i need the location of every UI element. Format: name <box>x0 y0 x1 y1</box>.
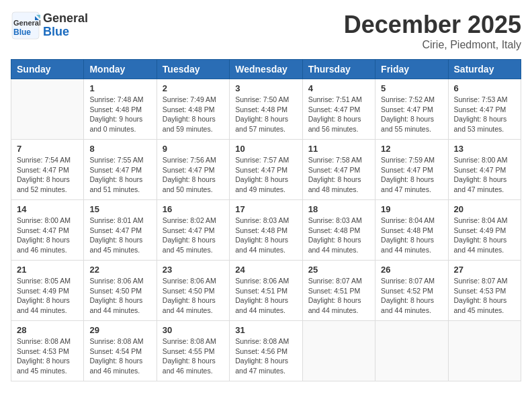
day-info: Sunrise: 8:08 AMSunset: 4:55 PMDaylight:… <box>163 336 224 376</box>
day-number: 18 <box>308 204 369 214</box>
day-info: Sunrise: 8:06 AMSunset: 4:50 PMDaylight:… <box>163 276 224 316</box>
calendar-cell: 21Sunrise: 8:05 AMSunset: 4:49 PMDayligh… <box>11 261 84 321</box>
calendar-cell: 4Sunrise: 7:51 AMSunset: 4:47 PMDaylight… <box>302 79 375 140</box>
day-info: Sunrise: 8:06 AMSunset: 4:50 PMDaylight:… <box>89 276 150 316</box>
day-info: Sunrise: 7:50 AMSunset: 4:48 PMDaylight:… <box>235 95 296 134</box>
day-number: 26 <box>381 265 442 275</box>
day-number: 20 <box>454 204 515 214</box>
day-number: 4 <box>308 83 369 93</box>
day-info: Sunrise: 7:49 AMSunset: 4:48 PMDaylight:… <box>163 95 224 134</box>
calendar-cell: 27Sunrise: 8:07 AMSunset: 4:53 PMDayligh… <box>448 261 521 321</box>
day-number: 11 <box>308 144 369 154</box>
calendar-header-monday: Monday <box>84 60 157 79</box>
calendar-cell: 29Sunrise: 8:08 AMSunset: 4:54 PMDayligh… <box>84 321 157 381</box>
calendar-cell: 12Sunrise: 7:59 AMSunset: 4:47 PMDayligh… <box>375 140 448 200</box>
calendar-header-wednesday: Wednesday <box>230 60 302 79</box>
day-number: 5 <box>381 83 442 93</box>
day-info: Sunrise: 8:08 AMSunset: 4:54 PMDaylight:… <box>89 336 150 376</box>
day-number: 23 <box>163 265 224 275</box>
day-info: Sunrise: 8:00 AMSunset: 4:47 PMDaylight:… <box>17 216 78 255</box>
day-number: 21 <box>17 265 78 275</box>
day-number: 10 <box>235 144 296 154</box>
day-info: Sunrise: 8:06 AMSunset: 4:51 PMDaylight:… <box>235 276 296 316</box>
day-number: 1 <box>89 83 150 93</box>
calendar-cell <box>448 321 521 381</box>
day-number: 31 <box>235 325 296 335</box>
calendar-cell: 18Sunrise: 8:03 AMSunset: 4:48 PMDayligh… <box>302 200 375 261</box>
day-info: Sunrise: 7:51 AMSunset: 4:47 PMDaylight:… <box>308 95 369 134</box>
calendar-cell: 13Sunrise: 8:00 AMSunset: 4:47 PMDayligh… <box>448 140 521 200</box>
calendar-header-sunday: Sunday <box>11 60 84 79</box>
calendar-table: SundayMondayTuesdayWednesdayThursdayFrid… <box>11 59 521 381</box>
calendar-cell: 23Sunrise: 8:06 AMSunset: 4:50 PMDayligh… <box>157 261 229 321</box>
calendar-cell: 20Sunrise: 8:04 AMSunset: 4:49 PMDayligh… <box>448 200 521 261</box>
calendar-cell: 15Sunrise: 8:01 AMSunset: 4:47 PMDayligh… <box>84 200 157 261</box>
day-info: Sunrise: 7:56 AMSunset: 4:47 PMDaylight:… <box>163 155 224 195</box>
logo: General Blue General Blue <box>11 11 88 40</box>
calendar-header-friday: Friday <box>375 60 448 79</box>
day-number: 8 <box>89 144 150 154</box>
day-info: Sunrise: 8:02 AMSunset: 4:47 PMDaylight:… <box>163 216 224 255</box>
logo-icon: General Blue <box>11 11 40 40</box>
calendar-header-tuesday: Tuesday <box>157 60 229 79</box>
day-info: Sunrise: 8:07 AMSunset: 4:52 PMDaylight:… <box>381 276 442 316</box>
day-number: 13 <box>454 144 515 154</box>
title-section: December 2025 Cirie, Piedmont, Italy <box>344 11 521 51</box>
calendar-header-row: SundayMondayTuesdayWednesdayThursdayFrid… <box>11 60 521 79</box>
day-info: Sunrise: 8:04 AMSunset: 4:48 PMDaylight:… <box>381 216 442 255</box>
day-number: 2 <box>163 83 224 93</box>
calendar-cell: 1Sunrise: 7:48 AMSunset: 4:48 PMDaylight… <box>84 79 157 140</box>
day-info: Sunrise: 8:08 AMSunset: 4:53 PMDaylight:… <box>17 336 78 376</box>
calendar-cell: 28Sunrise: 8:08 AMSunset: 4:53 PMDayligh… <box>11 321 84 381</box>
day-number: 25 <box>308 265 369 275</box>
calendar-week-4: 21Sunrise: 8:05 AMSunset: 4:49 PMDayligh… <box>11 261 521 321</box>
page-header: General Blue General Blue December 2025 … <box>11 11 521 51</box>
calendar-week-3: 14Sunrise: 8:00 AMSunset: 4:47 PMDayligh… <box>11 200 521 261</box>
calendar-week-5: 28Sunrise: 8:08 AMSunset: 4:53 PMDayligh… <box>11 321 521 381</box>
calendar-cell: 16Sunrise: 8:02 AMSunset: 4:47 PMDayligh… <box>157 200 229 261</box>
calendar-cell: 25Sunrise: 8:07 AMSunset: 4:51 PMDayligh… <box>302 261 375 321</box>
calendar-cell: 30Sunrise: 8:08 AMSunset: 4:55 PMDayligh… <box>157 321 229 381</box>
calendar-cell: 14Sunrise: 8:00 AMSunset: 4:47 PMDayligh… <box>11 200 84 261</box>
day-info: Sunrise: 8:08 AMSunset: 4:56 PMDaylight:… <box>235 336 296 376</box>
day-number: 6 <box>454 83 515 93</box>
calendar-cell: 9Sunrise: 7:56 AMSunset: 4:47 PMDaylight… <box>157 140 229 200</box>
day-info: Sunrise: 7:57 AMSunset: 4:47 PMDaylight:… <box>235 155 296 195</box>
day-info: Sunrise: 7:59 AMSunset: 4:47 PMDaylight:… <box>381 155 442 195</box>
day-info: Sunrise: 7:53 AMSunset: 4:47 PMDaylight:… <box>454 95 515 134</box>
day-info: Sunrise: 7:54 AMSunset: 4:47 PMDaylight:… <box>17 155 78 195</box>
logo-blue: Blue <box>43 26 88 39</box>
day-info: Sunrise: 8:07 AMSunset: 4:53 PMDaylight:… <box>454 276 515 316</box>
calendar-cell: 19Sunrise: 8:04 AMSunset: 4:48 PMDayligh… <box>375 200 448 261</box>
calendar-cell: 5Sunrise: 7:52 AMSunset: 4:47 PMDaylight… <box>375 79 448 140</box>
calendar-cell: 24Sunrise: 8:06 AMSunset: 4:51 PMDayligh… <box>230 261 302 321</box>
day-number: 9 <box>163 144 224 154</box>
day-number: 14 <box>17 204 78 214</box>
day-info: Sunrise: 7:48 AMSunset: 4:48 PMDaylight:… <box>89 95 150 134</box>
calendar-header-thursday: Thursday <box>302 60 375 79</box>
day-number: 12 <box>381 144 442 154</box>
location: Cirie, Piedmont, Italy <box>344 39 521 51</box>
day-number: 19 <box>381 204 442 214</box>
logo-text: General Blue <box>43 12 88 39</box>
svg-text:Blue: Blue <box>13 28 31 37</box>
day-number: 30 <box>163 325 224 335</box>
day-number: 15 <box>89 204 150 214</box>
calendar-week-1: 1Sunrise: 7:48 AMSunset: 4:48 PMDaylight… <box>11 79 521 140</box>
calendar-cell: 11Sunrise: 7:58 AMSunset: 4:47 PMDayligh… <box>302 140 375 200</box>
calendar-cell: 3Sunrise: 7:50 AMSunset: 4:48 PMDaylight… <box>230 79 302 140</box>
day-number: 22 <box>89 265 150 275</box>
calendar-cell <box>11 79 84 140</box>
day-number: 17 <box>235 204 296 214</box>
day-info: Sunrise: 8:07 AMSunset: 4:51 PMDaylight:… <box>308 276 369 316</box>
calendar-cell: 31Sunrise: 8:08 AMSunset: 4:56 PMDayligh… <box>230 321 302 381</box>
day-number: 7 <box>17 144 78 154</box>
month-title: December 2025 <box>344 11 521 39</box>
calendar-cell <box>302 321 375 381</box>
day-info: Sunrise: 8:03 AMSunset: 4:48 PMDaylight:… <box>308 216 369 255</box>
calendar-cell: 7Sunrise: 7:54 AMSunset: 4:47 PMDaylight… <box>11 140 84 200</box>
day-info: Sunrise: 8:01 AMSunset: 4:47 PMDaylight:… <box>89 216 150 255</box>
calendar-cell <box>375 321 448 381</box>
calendar-cell: 2Sunrise: 7:49 AMSunset: 4:48 PMDaylight… <box>157 79 229 140</box>
calendar-cell: 8Sunrise: 7:55 AMSunset: 4:47 PMDaylight… <box>84 140 157 200</box>
